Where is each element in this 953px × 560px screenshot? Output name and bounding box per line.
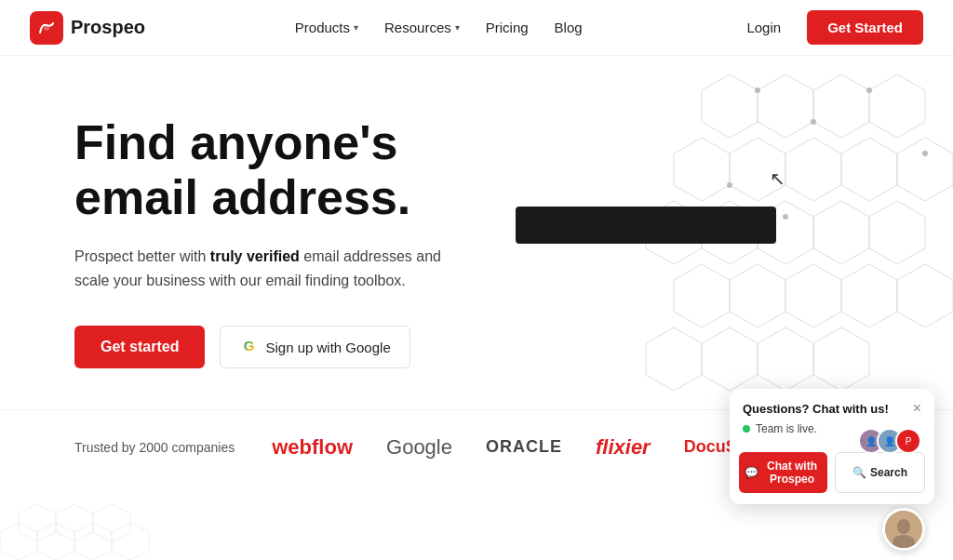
login-button[interactable]: Login xyxy=(732,12,796,43)
google-icon: G xyxy=(239,338,258,356)
svg-point-30 xyxy=(783,214,788,220)
trusted-logos: webflow Google ORACLE flixier DocuSign xyxy=(272,435,761,460)
svg-marker-17 xyxy=(730,264,785,327)
svg-marker-4 xyxy=(813,74,869,138)
hero-cta-button[interactable]: Get started xyxy=(74,326,205,368)
svg-marker-3 xyxy=(758,74,813,138)
svg-point-1 xyxy=(44,25,49,31)
hero-title: Find anyone's email address. xyxy=(74,115,503,227)
chat-title: Questions? Chat with us! xyxy=(743,402,889,416)
svg-point-29 xyxy=(727,182,732,188)
chat-bubble-icon: 💬 xyxy=(745,466,758,479)
svg-marker-10 xyxy=(897,138,953,201)
search-button[interactable]: 🔍 Search xyxy=(835,452,925,493)
svg-marker-6 xyxy=(674,138,730,201)
get-started-button[interactable]: Get Started xyxy=(807,10,923,45)
logo-text: Prospeo xyxy=(71,17,145,38)
team-live-status: Team is live. xyxy=(756,422,817,435)
avatar-3: P xyxy=(895,428,921,454)
hero-subtitle: Prospect better with truly verified emai… xyxy=(74,245,447,292)
chevron-down-icon: ▾ xyxy=(455,22,460,33)
svg-marker-14 xyxy=(813,201,869,264)
cursor-icon: ↖ xyxy=(770,167,785,190)
svg-marker-16 xyxy=(674,264,730,327)
svg-marker-24 xyxy=(813,327,869,391)
chat-avatars: 👤 👤 P xyxy=(858,428,921,454)
oracle-logo: ORACLE xyxy=(486,437,562,457)
svg-marker-22 xyxy=(702,327,758,391)
svg-point-26 xyxy=(811,119,816,125)
nav-actions: Login Get Started xyxy=(732,10,923,45)
svg-point-25 xyxy=(755,87,760,93)
logo-icon xyxy=(30,11,63,45)
svg-point-27 xyxy=(866,87,872,93)
svg-marker-20 xyxy=(897,264,953,327)
svg-marker-21 xyxy=(646,327,702,391)
svg-point-39 xyxy=(897,519,910,534)
navbar: Prospeo Products ▾ Resources ▾ Pricing B… xyxy=(0,0,953,56)
webflow-logo: webflow xyxy=(272,435,353,460)
svg-marker-15 xyxy=(869,201,925,264)
nav-resources[interactable]: Resources ▾ xyxy=(373,12,471,43)
hero-illustration: ↖ xyxy=(469,56,953,409)
close-icon[interactable]: × xyxy=(913,400,921,417)
search-icon: 🔍 xyxy=(852,466,866,479)
svg-marker-9 xyxy=(841,138,897,201)
nav-products[interactable]: Products ▾ xyxy=(284,12,369,43)
nav-links: Products ▾ Resources ▾ Pricing Blog xyxy=(284,12,594,43)
svg-marker-2 xyxy=(702,74,758,138)
chevron-down-icon: ▾ xyxy=(354,22,358,33)
flixier-logo: flixier xyxy=(596,435,651,460)
svg-marker-18 xyxy=(785,264,841,327)
agent-avatar[interactable] xyxy=(882,508,925,551)
svg-marker-19 xyxy=(841,264,897,327)
svg-point-28 xyxy=(922,151,928,156)
hero-actions: Get started G Sign up with Google xyxy=(74,326,503,368)
hero-content: Find anyone's email address. Prospect be… xyxy=(74,115,503,369)
logo[interactable]: Prospeo xyxy=(30,11,145,45)
svg-marker-8 xyxy=(785,138,841,201)
svg-marker-23 xyxy=(758,327,813,391)
chat-header: Questions? Chat with us! × xyxy=(730,389,934,420)
hero-section: Find anyone's email address. Prospect be… xyxy=(0,56,953,409)
redacted-content xyxy=(516,207,776,244)
nav-pricing[interactable]: Pricing xyxy=(475,12,540,43)
svg-marker-5 xyxy=(869,74,925,138)
google-signup-button[interactable]: G Sign up with Google xyxy=(220,326,409,368)
chat-widget: Questions? Chat with us! × Team is live.… xyxy=(730,389,934,504)
status-indicator xyxy=(743,425,750,433)
chat-button[interactable]: 💬 Chat with Prospeo xyxy=(739,452,827,493)
nav-blog[interactable]: Blog xyxy=(544,12,594,43)
google-logo: Google xyxy=(386,435,452,460)
trusted-label: Trusted by 2000 companies xyxy=(74,440,235,455)
